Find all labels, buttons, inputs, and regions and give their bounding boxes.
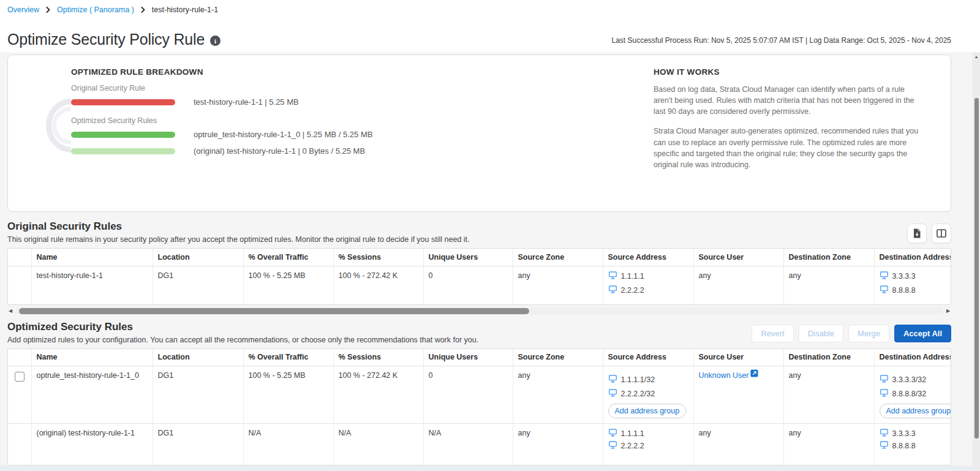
scroll-left-arrow-icon[interactable]: ◀: [7, 307, 13, 315]
cell-destination-zone: any: [783, 366, 874, 424]
cell-location: DG1: [153, 266, 243, 304]
column-header-source-zone: Source Zone: [513, 349, 603, 366]
column-header-source-user: Source User: [693, 249, 783, 266]
table-header-row: Name Location % Overall Traffic % Sessio…: [8, 249, 951, 266]
optimized-rules-label: Optimized Security Rules: [71, 116, 372, 125]
optimized-rule-bar: [71, 132, 175, 138]
column-settings-button[interactable]: [932, 224, 951, 243]
column-header-destination-address: Destination Address: [874, 349, 951, 366]
breadcrumb-link-overview[interactable]: Overview: [7, 6, 39, 14]
cell-sessions: 100 % - 272.42 K: [333, 366, 423, 424]
cell-destination-zone: any: [783, 266, 874, 304]
original-rule-label: Original Security Rule: [71, 84, 372, 92]
cell-source-address: 1.1.1.1/32 2.2.2.2/32 Add address group: [603, 366, 693, 424]
add-destination-address-group-button[interactable]: Add address group: [880, 404, 951, 418]
cell-name: (original) test-history-rule-1-1: [31, 424, 153, 465]
address-object-icon: [880, 375, 889, 385]
cell-unique-users: 0: [423, 366, 513, 424]
column-header-destination-zone: Destination Zone: [783, 249, 874, 266]
vertical-scrollbar[interactable]: ▲: [973, 53, 980, 471]
row-checkbox[interactable]: [15, 372, 24, 382]
cell-sessions: N/A: [333, 424, 423, 465]
address-value: 2.2.2.2: [621, 286, 644, 295]
process-run-meta: Last Successful Process Run: Nov 5, 2025…: [611, 36, 951, 48]
unknown-user-link[interactable]: Unknown User: [699, 371, 759, 380]
cell-name: optrule_test-history-rule-1-1_0: [31, 366, 153, 424]
address-object-icon: [608, 285, 617, 295]
breadcrumb-chevron-icon: [46, 7, 50, 13]
column-header-destination-address: Destination Address: [874, 249, 951, 266]
main-content: OPTIMIZED RULE BREAKDOWN Original Securi…: [0, 52, 980, 471]
address-object-icon: [608, 429, 617, 439]
column-header-source-address: Source Address: [603, 349, 693, 366]
cell-overall-traffic: 100 % - 5.25 MB: [243, 366, 333, 424]
select-column-header: [8, 249, 31, 266]
cell-destination-address: 3.3.3.3/32 8.8.8.8/32 Add address group: [874, 366, 951, 424]
info-icon[interactable]: i: [210, 36, 221, 46]
address-value: 8.8.8.8: [892, 286, 916, 295]
summary-card: OPTIMIZED RULE BREAKDOWN Original Securi…: [7, 55, 951, 212]
export-button[interactable]: [907, 224, 927, 243]
column-header-location: Location: [153, 249, 243, 266]
vertical-scrollbar-thumb[interactable]: [974, 98, 979, 439]
add-source-address-group-button[interactable]: Add address group: [608, 404, 687, 418]
column-header-overall-traffic: % Overall Traffic: [243, 349, 333, 366]
horizontal-scrollbar-track[interactable]: [15, 307, 943, 315]
address-value: 8.8.8.8: [892, 442, 916, 450]
disable-button[interactable]: Disable: [799, 325, 843, 342]
breadcrumb-link-optimize-panorama[interactable]: Optimize ( Panorama ): [57, 6, 134, 14]
address-object-icon: [608, 389, 617, 399]
address-value: 1.1.1.1: [621, 429, 644, 438]
original-rule-bar: [71, 99, 175, 105]
optimized-rules-subtitle: Add optimized rules to your configuratio…: [7, 336, 478, 344]
column-header-unique-users: Unique Users: [423, 349, 513, 366]
column-header-source-user: Source User: [693, 349, 783, 366]
original-rules-title: Original Security Rules: [7, 220, 470, 233]
how-it-works-paragraph: Based on log data, Strata Cloud Manager …: [654, 84, 923, 117]
column-header-source-address: Source Address: [603, 249, 693, 266]
bottom-panel-edge: [0, 465, 980, 471]
breakdown-connector-arc: [44, 99, 71, 153]
table-row: optrule_test-history-rule-1-1_0 DG1 100 …: [8, 366, 951, 424]
table-header-row: Name Location % Overall Traffic % Sessio…: [8, 349, 951, 366]
cell-source-address: 1.1.1.1 2.2.2.2: [603, 424, 693, 465]
cell-source-zone: any: [513, 424, 603, 465]
revert-button[interactable]: Revert: [752, 325, 793, 342]
breadcrumb-chevron-icon: [141, 7, 145, 13]
address-object-icon: [880, 429, 889, 439]
address-object-icon: [880, 441, 889, 451]
scroll-up-arrow-icon[interactable]: ▲: [973, 55, 980, 59]
cell-source-zone: any: [513, 266, 603, 304]
column-header-name: Name: [31, 349, 153, 366]
cell-overall-traffic: 100 % - 5.25 MB: [243, 266, 333, 304]
original-rules-subtitle: This original rule remains in your secur…: [7, 235, 470, 244]
cell-destination-address: 3.3.3.3 8.8.8.8: [874, 266, 951, 304]
cell-destination-zone: any: [783, 424, 874, 465]
address-object-icon: [880, 389, 889, 399]
cell-source-user: any: [693, 424, 783, 465]
accept-all-button[interactable]: Accept All: [894, 325, 951, 342]
address-value: 3.3.3.3/32: [892, 375, 927, 384]
cell-destination-address: 3.3.3.3 8.8.8.8: [874, 424, 951, 465]
optimized-rules-table: Name Location % Overall Traffic % Sessio…: [7, 349, 951, 465]
column-header-sessions: % Sessions: [333, 349, 423, 366]
cell-location: DG1: [153, 424, 243, 465]
horizontal-scrollbar-thumb[interactable]: [19, 308, 529, 314]
address-object-icon: [608, 271, 617, 281]
original-remainder-bar: [71, 148, 175, 154]
select-column-header: [8, 349, 31, 366]
column-header-location: Location: [153, 349, 243, 366]
address-object-icon: [880, 285, 889, 295]
optimized-rule-bar-text: optrule_test-history-rule-1-1_0 | 5.25 M…: [194, 130, 372, 139]
breadcrumb-current-rule: test-history-rule-1-1: [152, 6, 218, 14]
column-header-sessions: % Sessions: [333, 249, 423, 266]
scroll-right-arrow-icon[interactable]: ▶: [945, 307, 951, 315]
cell-unique-users: 0: [423, 266, 513, 304]
address-object-icon: [608, 441, 617, 451]
original-remainder-bar-text: (original) test-history-rule-1-1 | 0 Byt…: [194, 146, 365, 156]
merge-button[interactable]: Merge: [848, 325, 889, 342]
horizontal-scrollbar: ◀ ▶: [7, 307, 951, 315]
original-rules-table: Name Location % Overall Traffic % Sessio…: [7, 248, 951, 305]
column-header-source-zone: Source Zone: [513, 249, 603, 266]
address-object-icon: [880, 271, 889, 281]
